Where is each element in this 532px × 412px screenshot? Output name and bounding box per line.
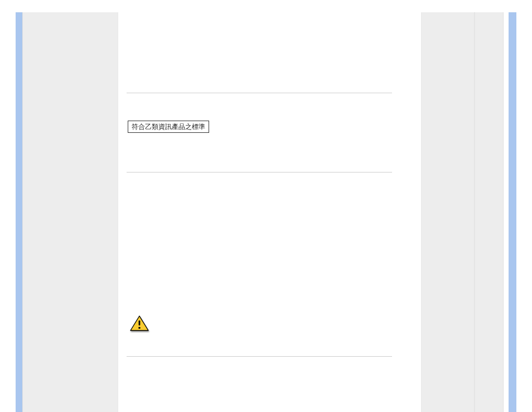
horizontal-divider xyxy=(127,172,392,173)
horizontal-divider xyxy=(127,93,392,93)
right-gray-column-b xyxy=(475,12,504,412)
svg-point-1 xyxy=(138,327,141,329)
horizontal-divider xyxy=(127,356,392,357)
main-content-column: 符合乙類資訊產品之標準 xyxy=(127,12,392,412)
compliance-boxed-text: 符合乙類資訊產品之標準 xyxy=(128,121,209,133)
svg-rect-0 xyxy=(139,320,141,325)
right-gray-column-a xyxy=(421,12,475,412)
warning-icon xyxy=(129,315,149,332)
left-gray-column xyxy=(22,12,118,412)
decorative-blue-bar-right xyxy=(509,12,516,412)
decorative-blue-bar-left xyxy=(16,12,22,412)
